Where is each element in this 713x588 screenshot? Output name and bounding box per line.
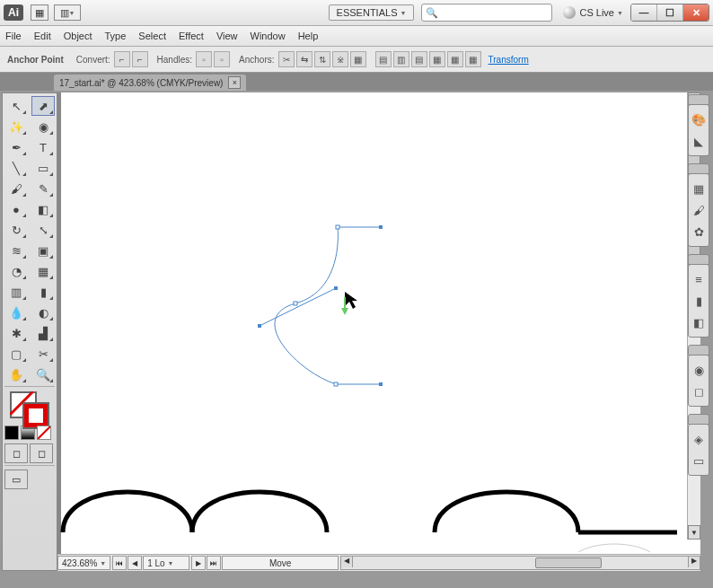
- menu-effect[interactable]: Effect: [179, 31, 204, 41]
- last-artboard-icon[interactable]: ⏭: [207, 556, 221, 570]
- pen-tool[interactable]: ✒: [4, 137, 28, 157]
- menu-object[interactable]: Object: [64, 31, 92, 41]
- document-tab-row: 17_start.ai* @ 423.68% (CMYK/Preview) ×: [0, 73, 713, 91]
- layers-panel-icon[interactable]: ◈: [691, 431, 707, 447]
- dock-group-3: ≡ ▮ ◧: [688, 264, 709, 338]
- zoom-field[interactable]: 423.68% ▼: [57, 556, 110, 570]
- menu-type[interactable]: Type: [105, 31, 127, 41]
- transform-link[interactable]: Transform: [489, 55, 529, 65]
- artboard-tool[interactable]: ▢: [4, 344, 28, 364]
- maximize-button[interactable]: ☐: [656, 4, 682, 21]
- cut-path-icon[interactable]: ⇅: [314, 51, 330, 67]
- scroll-left-icon[interactable]: ◀: [341, 557, 353, 567]
- align-top-icon[interactable]: ▦: [429, 51, 445, 67]
- align-left-icon[interactable]: ▤: [375, 51, 392, 67]
- arrange-documents-dropdown[interactable]: ▥▼: [54, 4, 81, 21]
- cs-live-button[interactable]: CS Live ▼: [563, 6, 623, 19]
- type-tool[interactable]: T: [31, 137, 55, 157]
- graphic-styles-panel-icon[interactable]: ◻: [691, 383, 707, 399]
- remove-anchor-icon[interactable]: ✂: [278, 51, 295, 67]
- align-vcenter-icon[interactable]: ▦: [447, 51, 463, 67]
- dock-group-5: ◈ ▭: [688, 424, 709, 476]
- eraser-tool[interactable]: ◧: [31, 199, 55, 219]
- eyedropper-tool[interactable]: 💧: [4, 303, 28, 322]
- line-tool[interactable]: ╲: [4, 158, 28, 178]
- symbol-sprayer-tool[interactable]: ✱: [4, 323, 28, 343]
- align-dropdown-icon[interactable]: ▦: [350, 51, 366, 67]
- draw-behind-icon[interactable]: ◻: [30, 443, 53, 463]
- cs-live-icon: [563, 6, 576, 19]
- hscroll-thumb[interactable]: [535, 557, 602, 568]
- convert-corner-icon[interactable]: ⌐: [114, 51, 130, 67]
- artboard-field[interactable]: 1 Lo ▼: [143, 556, 189, 570]
- menu-edit[interactable]: Edit: [34, 31, 51, 41]
- zoom-tool[interactable]: 🔍: [31, 364, 55, 384]
- graph-tool[interactable]: ▟: [31, 323, 55, 343]
- direct-selection-tool[interactable]: ⬈: [31, 96, 55, 116]
- transparency-panel-icon[interactable]: ◧: [691, 314, 707, 330]
- canvas[interactable]: [57, 92, 700, 554]
- shape-builder-tool[interactable]: ◔: [4, 261, 28, 281]
- tool-panel: ↖ ⬈ ✨ ◉ ✒ T ╲ ▭ 🖌 ✎ ● ◧ ↻ ⤡ ≋ ▣: [2, 92, 57, 571]
- blend-tool[interactable]: ◐: [31, 303, 55, 322]
- prev-artboard-icon[interactable]: ◀: [128, 556, 142, 570]
- document-tab[interactable]: 17_start.ai* @ 423.68% (CMYK/Preview) ×: [54, 75, 246, 91]
- width-tool[interactable]: ≋: [4, 241, 28, 260]
- draw-normal-icon[interactable]: ◻: [4, 443, 28, 463]
- align-bottom-icon[interactable]: ▦: [465, 51, 481, 67]
- show-handles-icon[interactable]: ▫: [196, 51, 212, 67]
- search-input[interactable]: 🔍: [421, 4, 552, 22]
- menu-file[interactable]: File: [5, 31, 22, 41]
- color-mode-solid[interactable]: [4, 426, 19, 440]
- mesh-tool[interactable]: ▥: [4, 282, 28, 302]
- stroke-panel-icon[interactable]: ≡: [691, 271, 707, 287]
- menu-help[interactable]: Help: [298, 31, 319, 41]
- color-mode-none[interactable]: [37, 426, 51, 440]
- rotate-tool[interactable]: ↻: [4, 220, 28, 240]
- color-guide-panel-icon[interactable]: ◣: [691, 133, 707, 149]
- screen-mode-icon[interactable]: ▭: [4, 470, 28, 489]
- symbols-panel-icon[interactable]: ✿: [691, 224, 707, 240]
- scroll-right-icon[interactable]: ▶: [688, 557, 700, 567]
- bridge-icon[interactable]: ▦: [31, 4, 48, 21]
- close-button[interactable]: ✕: [682, 4, 709, 21]
- menu-view[interactable]: View: [216, 31, 238, 41]
- svg-rect-8: [334, 382, 338, 386]
- isolate-icon[interactable]: ※: [332, 51, 348, 67]
- app-logo: Ai: [4, 4, 23, 21]
- align-right-icon[interactable]: ▤: [411, 51, 427, 67]
- appearance-panel-icon[interactable]: ◉: [691, 362, 707, 378]
- swatches-panel-icon[interactable]: ▦: [691, 180, 707, 197]
- color-panel-icon[interactable]: 🎨: [691, 111, 707, 127]
- pencil-tool[interactable]: ✎: [31, 179, 55, 198]
- artboards-panel-icon[interactable]: ▭: [691, 452, 707, 469]
- menu-window[interactable]: Window: [251, 31, 286, 41]
- minimize-button[interactable]: —: [631, 4, 656, 21]
- connect-anchor-icon[interactable]: ⇆: [296, 51, 312, 67]
- lasso-tool[interactable]: ◉: [31, 117, 55, 136]
- gradient-tool[interactable]: ▮: [31, 282, 55, 302]
- free-transform-tool[interactable]: ▣: [31, 241, 55, 260]
- workspace-switcher[interactable]: ESSENTIALS ▼: [329, 4, 415, 21]
- rectangle-tool[interactable]: ▭: [31, 158, 55, 178]
- scale-tool[interactable]: ⤡: [31, 220, 55, 240]
- brushes-panel-icon[interactable]: 🖌: [691, 202, 707, 218]
- magic-wand-tool[interactable]: ✨: [4, 117, 28, 136]
- hide-handles-icon[interactable]: ▫: [214, 51, 230, 67]
- paintbrush-tool[interactable]: 🖌: [4, 179, 28, 198]
- first-artboard-icon[interactable]: ⏮: [112, 556, 127, 570]
- align-hcenter-icon[interactable]: ▥: [393, 51, 409, 67]
- blob-brush-tool[interactable]: ●: [4, 199, 28, 219]
- slice-tool[interactable]: ✂: [31, 344, 55, 364]
- scroll-down-icon[interactable]: ▼: [688, 525, 700, 540]
- fill-stroke-picker[interactable]: [4, 390, 55, 424]
- horizontal-scrollbar[interactable]: ◀ ▶: [340, 556, 700, 570]
- hand-tool[interactable]: ✋: [4, 364, 28, 384]
- convert-smooth-icon[interactable]: ⌐: [132, 51, 148, 67]
- menu-select[interactable]: Select: [138, 31, 166, 41]
- perspective-tool[interactable]: ▦: [31, 261, 55, 281]
- close-tab-icon[interactable]: ×: [228, 76, 241, 89]
- selection-tool[interactable]: ↖: [4, 96, 28, 116]
- next-artboard-icon[interactable]: ▶: [191, 556, 206, 570]
- gradient-panel-icon[interactable]: ▮: [691, 293, 707, 309]
